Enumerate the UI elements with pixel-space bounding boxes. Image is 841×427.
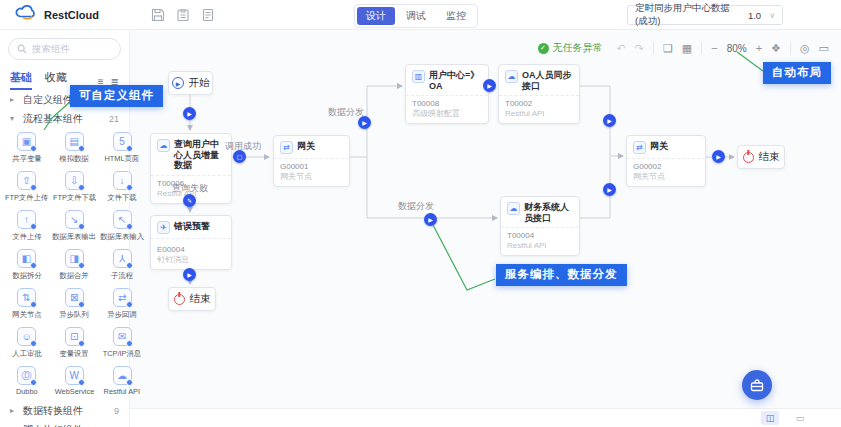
component-icon: ⇅ bbox=[17, 288, 36, 307]
tab-debug[interactable]: 调试 bbox=[397, 7, 435, 25]
component-icon: ↖ bbox=[113, 210, 132, 229]
node-code: T00004 bbox=[507, 231, 573, 241]
component-item[interactable]: ▤ 模拟数据 bbox=[50, 129, 98, 168]
component-label: 子流程 bbox=[111, 270, 133, 280]
node-gateway-2[interactable]: ⇄ 网关 G00002 网关节点 bbox=[626, 135, 706, 187]
component-item[interactable]: ⇄ 异步回调 bbox=[98, 285, 146, 324]
component-item[interactable]: ↖ 数据库表输入 bbox=[98, 207, 146, 246]
toolbar-divider bbox=[701, 42, 702, 54]
edge-marker-play-icon[interactable]: ▶ bbox=[483, 79, 496, 92]
status-text: 无任务异常 bbox=[553, 41, 603, 55]
flow-canvas[interactable]: ✓ 无任务异常 ↶ ↷ ❏ ▦ − 80% + ❖ ◎ ▭ ▶ 开始 bbox=[130, 30, 841, 427]
chevron-down-icon: ∨ bbox=[769, 11, 775, 20]
node-finance-api[interactable]: ☁ 财务系统人员接口 T00004 Restful API bbox=[500, 196, 580, 256]
edge-marker-play-icon[interactable]: ▶ bbox=[358, 116, 371, 129]
brand[interactable]: RestCloud bbox=[0, 4, 132, 25]
component-item[interactable]: ☺ 人工审批 bbox=[3, 324, 50, 363]
panel-split-icon[interactable]: ◫ bbox=[761, 411, 779, 425]
edge-marker-play-icon[interactable]: ▶ bbox=[183, 268, 196, 281]
tab-design[interactable]: 设计 bbox=[357, 7, 395, 25]
component-item[interactable]: ✉ TCP/IP消息 bbox=[98, 324, 146, 363]
search-input[interactable]: 搜索组件 bbox=[8, 38, 121, 60]
component-item[interactable]: ↓ 文件下载 bbox=[98, 168, 146, 207]
edge-label-data-dispatch-1: 数据分发 bbox=[328, 106, 364, 119]
edge-marker-condition-icon[interactable]: ▢ bbox=[233, 150, 246, 163]
gateway-icon: ⇄ bbox=[280, 141, 293, 154]
component-icon: Ⓓ bbox=[17, 366, 36, 385]
component-icon: ⅄ bbox=[113, 249, 132, 268]
component-icon: ⇧ bbox=[17, 171, 36, 190]
locate-icon[interactable]: ◎ bbox=[800, 43, 810, 54]
edge-marker-play-icon[interactable]: ▶ bbox=[712, 150, 725, 163]
sidebar-tab-basic[interactable]: 基础 bbox=[10, 70, 32, 90]
redo-icon[interactable]: ↷ bbox=[635, 43, 644, 54]
tab-monitor[interactable]: 监控 bbox=[437, 7, 475, 25]
document-icon[interactable] bbox=[200, 7, 215, 22]
node-gateway-1[interactable]: ⇄ 网关 G00001 网关节点 bbox=[273, 135, 350, 187]
node-title: OA人员同步接口 bbox=[522, 70, 573, 91]
sidebar-tab-favorites[interactable]: 收藏 bbox=[45, 70, 67, 90]
toolbox-fab-button[interactable] bbox=[742, 370, 772, 400]
component-label: 变量设置 bbox=[59, 348, 88, 358]
component-item[interactable]: ◨ 数据合并 bbox=[50, 246, 98, 285]
node-oa-sync-api[interactable]: ☁ OA人员同步接口 T00002 Restful API bbox=[498, 64, 580, 124]
component-item[interactable]: Ⓓ Dubbo bbox=[3, 363, 50, 400]
component-item[interactable]: ⇅ 网关节点 bbox=[3, 285, 50, 324]
node-mapping-oa[interactable]: ▥ 用户中心=》OA T00008 高级映射配置 bbox=[405, 64, 489, 124]
node-code: E00004 bbox=[157, 245, 225, 255]
node-title: 结束 bbox=[759, 150, 780, 164]
group-label: 脚本执行组件 bbox=[23, 423, 83, 427]
node-title: 网关 bbox=[297, 141, 315, 152]
annotation-auto-layout: 自动布局 bbox=[763, 62, 831, 84]
restful-api-icon: ☁ bbox=[507, 202, 520, 215]
node-end-right[interactable]: 结束 bbox=[737, 145, 785, 169]
edge-marker-play-icon[interactable]: ▶ bbox=[603, 114, 616, 127]
flow-version-value: 1.0 bbox=[740, 10, 761, 21]
component-icon: ☺ bbox=[17, 327, 36, 346]
component-item[interactable]: ☁ Restful API bbox=[98, 363, 146, 400]
header-doc-actions bbox=[150, 7, 215, 22]
component-item[interactable]: ↘ 数据库表输出 bbox=[50, 207, 98, 246]
flow-area: ✓ 无任务异常 ↶ ↷ ❏ ▦ − 80% + ❖ ◎ ▭ ▶ 开始 bbox=[130, 30, 841, 408]
node-error-alert[interactable]: ✈ 错误预警 E00004 钉钉消息 bbox=[150, 215, 232, 270]
auto-layout-icon[interactable]: ❖ bbox=[771, 43, 781, 54]
component-item[interactable]: ▣ 共享变量 bbox=[3, 129, 50, 168]
edge-marker-play-icon[interactable]: ▶ bbox=[603, 183, 616, 196]
zoom-out-icon[interactable]: − bbox=[711, 43, 717, 54]
edge-marker-play-icon[interactable]: ▶ bbox=[183, 107, 196, 120]
component-item[interactable]: ⇧ FTP文件上传 bbox=[3, 168, 50, 207]
component-label: WebService bbox=[54, 387, 94, 395]
sidebar-group-data-transform[interactable]: ▸ 数据转换组件 9 bbox=[0, 401, 129, 420]
component-item[interactable]: ⊡ 变量设置 bbox=[50, 324, 98, 363]
sidebar-group-flow-basic[interactable]: ▾ 流程基本组件 21 bbox=[0, 109, 129, 128]
sidebar-group-script[interactable]: ▸ 脚本执行组件 7 bbox=[0, 420, 129, 427]
component-item[interactable]: 5 HTML页面 bbox=[98, 129, 146, 168]
node-start[interactable]: ▶ 开始 bbox=[168, 71, 213, 95]
grid-layout-icon[interactable]: ▦ bbox=[682, 43, 692, 54]
undo-icon[interactable]: ↶ bbox=[617, 43, 626, 54]
node-title: 用户中心=》OA bbox=[429, 70, 482, 91]
edge-marker-play-icon[interactable]: ▶ bbox=[424, 213, 437, 226]
component-item[interactable]: ⊠ 异步队列 bbox=[50, 285, 98, 324]
component-icon: ☁ bbox=[113, 366, 132, 385]
node-end-bottom[interactable]: 结束 bbox=[168, 287, 216, 311]
component-item[interactable]: ⇩ FTP文件下载 bbox=[50, 168, 98, 207]
component-item[interactable]: ↑ 文件上传 bbox=[3, 207, 50, 246]
search-icon bbox=[17, 40, 27, 58]
minimap-icon[interactable]: ▭ bbox=[819, 43, 829, 54]
flow-select-label: 定时同步用户中心数据(成功) bbox=[635, 2, 740, 28]
component-item[interactable]: ⅄ 子流程 bbox=[98, 246, 146, 285]
component-icon: ⊠ bbox=[65, 288, 84, 307]
clipboard-icon[interactable] bbox=[175, 7, 190, 22]
component-icon: ⊡ bbox=[65, 327, 84, 346]
marquee-select-icon[interactable]: ❏ bbox=[663, 43, 673, 54]
edge-marker-edit-icon[interactable]: ✎ bbox=[183, 194, 196, 207]
flow-version-select[interactable]: 定时同步用户中心数据(成功) 1.0 ∨ bbox=[627, 5, 783, 25]
zoom-in-icon[interactable]: + bbox=[756, 43, 762, 54]
canvas-bottom-bar: ◫ ▭ bbox=[130, 408, 841, 427]
panel-plain-icon[interactable]: ▭ bbox=[791, 411, 809, 425]
component-item[interactable]: W WebService bbox=[50, 363, 98, 400]
caret-right-icon: ▸ bbox=[10, 406, 18, 415]
save-icon[interactable] bbox=[150, 7, 165, 22]
component-item[interactable]: ◧ 数据拆分 bbox=[3, 246, 50, 285]
